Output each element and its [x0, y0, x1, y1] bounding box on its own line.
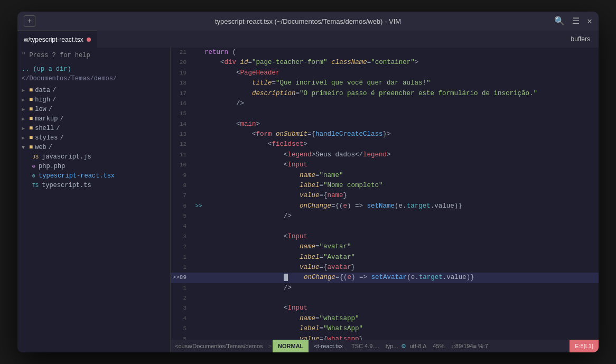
folder-label: high — [35, 96, 50, 104]
status-path: <ousa/Documentos/Temas/demos — [171, 343, 267, 349]
vim-window: + typescript-react.tsx (~/Documentos/Tem… — [17, 12, 599, 352]
active-tab[interactable]: w/typescript-react.tsx — [17, 31, 97, 48]
chevron-right-icon: ▶ — [22, 106, 27, 113]
code-line: 14 <main> — [171, 119, 599, 129]
code-line: 20 <div id="page-teacher-form" className… — [171, 58, 599, 68]
code-line: 6 >> onChange={(e) => setName(e.target.v… — [171, 201, 599, 211]
code-line: 4 — [171, 221, 599, 231]
buffers-button[interactable]: buffers — [563, 31, 599, 48]
code-line: 10 <Input — [171, 160, 599, 170]
chevron-right-icon: ▶ — [22, 116, 27, 122]
file-javascript[interactable]: JS javascript.js — [17, 152, 170, 162]
code-line: 12 <fieldset> — [171, 139, 599, 150]
current-path: </Documentos/Temas/demos/ — [17, 74, 170, 86]
chevron-down-icon: ▼ — [22, 145, 27, 151]
code-line: 3 <Input — [171, 303, 599, 313]
code-line: 17 description="O primeiro passo é preen… — [171, 89, 599, 99]
folder-web[interactable]: ▼ ■ web/ — [17, 143, 170, 152]
filename: php.php — [39, 163, 65, 170]
code-line: 8 label="Nome completo" — [171, 181, 599, 191]
editor-area: 21 return ( 20 <div id="page-teacher-for… — [171, 48, 599, 352]
js-file-icon: JS — [32, 154, 39, 160]
file-ts[interactable]: TS typescript.ts — [17, 181, 170, 190]
code-line: 3 <Input — [171, 232, 599, 242]
code-line: 5 label="WhatsApp" — [171, 324, 599, 334]
status-error: E:8[L1] — [570, 340, 599, 352]
menu-icon[interactable]: ☰ — [572, 16, 580, 26]
folder-styles[interactable]: ▶ ■ styles/ — [17, 133, 170, 143]
folder-icon: ■ — [29, 106, 33, 113]
code-line: 13 <form onSubmit={handleCreateClass}> — [171, 129, 599, 139]
folder-icon: ■ — [29, 125, 33, 132]
titlebar-icons: 🔍 ☰ ✕ — [554, 16, 592, 26]
code-line: 15 — [171, 109, 599, 119]
folder-icon: ■ — [29, 134, 33, 142]
add-tab-button[interactable]: + — [24, 15, 35, 27]
tab-bar: w/typescript-react.tsx buffers — [17, 31, 599, 48]
filename-active: typescript-react.tsx — [39, 172, 115, 180]
folder-label: web — [35, 144, 46, 151]
folder-low[interactable]: ▶ ■ low/ — [17, 105, 170, 114]
chevron-right-icon: ▶ — [22, 125, 27, 132]
folder-data[interactable]: ▶ ■ data/ — [17, 86, 170, 95]
folder-icon: ■ — [29, 144, 33, 151]
file-php[interactable]: ⚙ php.php — [17, 162, 170, 171]
tab-label: w/typescript-react.tsx — [24, 36, 83, 43]
status-bar: <ousa/Documentos/Temas/demos > NORMAL <t… — [171, 340, 599, 352]
status-lang: typ... — [382, 343, 402, 349]
chevron-right-icon: ▶ — [22, 135, 27, 141]
folder-label: data — [35, 87, 50, 94]
status-file: <t-react.tsx — [309, 343, 348, 349]
code-line: 19 <PageHeader — [171, 68, 599, 78]
file-tree: " Press ? for help .. (up a dir) </Docum… — [17, 48, 171, 352]
folder-label: markup — [35, 115, 58, 123]
dir-up[interactable]: .. (up a dir) — [17, 64, 170, 74]
folder-markup[interactable]: ▶ ■ markup/ — [17, 114, 170, 124]
status-percent: 45% — [430, 343, 447, 349]
folder-icon: ■ — [29, 87, 33, 94]
php-file-icon: ⚙ — [32, 163, 35, 170]
folder-shell[interactable]: ▶ ■ shell/ — [17, 124, 170, 133]
file-tsx[interactable]: ⚙ typescript-react.tsx — [17, 171, 170, 181]
code-line: 16 /> — [171, 99, 599, 109]
status-position: ↓:89/194≡ %:7 — [447, 343, 491, 349]
tab-modified-dot — [87, 38, 91, 42]
tsx-file-icon: ⚙ — [32, 173, 35, 179]
folder-label: shell — [35, 125, 54, 132]
folder-label: styles — [35, 134, 58, 142]
folder-icon: ■ — [29, 96, 33, 104]
search-icon[interactable]: 🔍 — [554, 16, 565, 26]
code-line: 4 name="whatsapp" — [171, 314, 599, 324]
code-line: 21 return ( — [171, 48, 599, 58]
main-area: " Press ? for help .. (up a dir) </Docum… — [17, 48, 599, 352]
code-line: 18 title="Que incrível que você quer dar… — [171, 78, 599, 88]
code-line: 2 — [171, 293, 599, 303]
help-text: " Press ? for help — [17, 50, 170, 61]
code-line: 1 /> — [171, 283, 599, 293]
chevron-right-icon: ▶ — [22, 97, 27, 103]
code-line: 1 label="Avatar" — [171, 253, 599, 263]
code-line: 7 value={name} — [171, 191, 599, 201]
status-mode: NORMAL — [273, 340, 309, 352]
folder-icon: ■ — [29, 115, 33, 123]
status-dot: ⚙ — [401, 343, 406, 350]
ts-file-icon: TS — [32, 183, 39, 189]
code-line: 2 name="avatar" — [171, 242, 599, 252]
close-icon[interactable]: ✕ — [587, 16, 592, 26]
folder-high[interactable]: ▶ ■ high/ — [17, 95, 170, 105]
code-view[interactable]: 21 return ( 20 <div id="page-teacher-for… — [171, 48, 599, 340]
window-title: typescript-react.tsx (~/Documentos/Temas… — [215, 17, 401, 25]
code-lines: 21 return ( 20 <div id="page-teacher-for… — [171, 48, 599, 340]
titlebar-left: + — [24, 15, 35, 27]
code-line: 11 <legend>Seus dados</legend> — [171, 150, 599, 160]
code-line: 5 value={whatsapp} — [171, 334, 599, 340]
chevron-right-icon: ▶ — [22, 87, 27, 94]
code-line: 9 name="name" — [171, 171, 599, 181]
filename: typescript.ts — [42, 182, 91, 189]
filename: javascript.js — [42, 153, 91, 161]
code-line-current: >>89 onChange={(e) => setAvatar(e.target… — [171, 273, 599, 283]
code-line: 1 value={avatar} — [171, 263, 599, 273]
folder-label: low — [35, 106, 46, 113]
status-tsc: TSC 4.9.... — [348, 343, 382, 349]
status-sep: > — [267, 343, 273, 349]
